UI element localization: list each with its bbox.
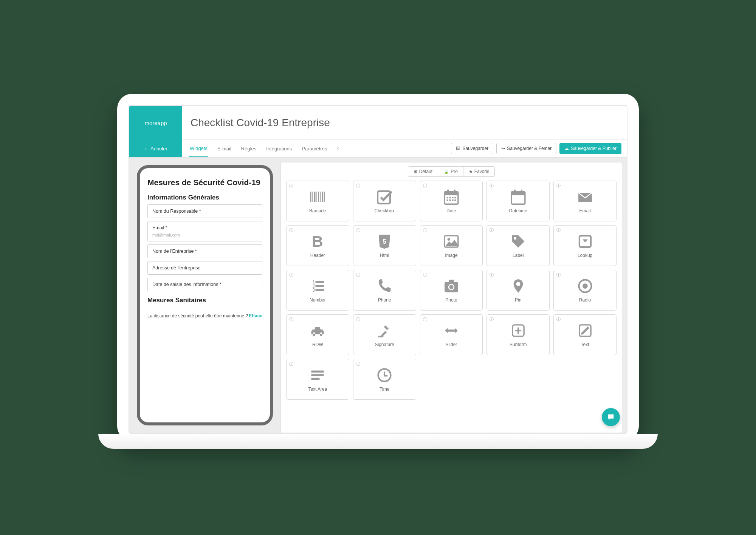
info-icon[interactable]: ⓘ [289,272,293,278]
widget-label: Lookup [578,253,592,258]
info-icon[interactable]: ⓘ [490,183,494,189]
tab-widgets[interactable]: Widgets [189,140,208,157]
nav-row: ← Annuler WidgetsE-mailRèglesIntégration… [129,140,627,158]
info-icon[interactable]: ⓘ [490,227,494,233]
lookup-icon [577,233,593,250]
save-close-label: Sauvegarder & Femer [507,146,552,151]
chevron-left-icon[interactable]: ‹ [335,140,341,157]
widget-label[interactable]: ⓘLabel [486,225,550,266]
widget-date[interactable]: ⓘDate [420,181,483,221]
widget-slider[interactable]: ⓘSlider [420,314,483,355]
filter-pro[interactable]: 🍃 Pro [438,167,463,176]
widget-phone[interactable]: ⓘPhone [353,270,416,311]
widget-label: Pin [515,297,521,303]
filter-défaut[interactable]: ⚙ Défaut [408,167,438,176]
widget-signature[interactable]: ⓘSignature [353,314,416,355]
widget-subform[interactable]: ⓘSubform [486,314,550,355]
info-icon[interactable]: ⓘ [423,272,427,278]
tab-e-mail[interactable]: E-mail [217,141,232,157]
widget-time[interactable]: ⓘTime [353,359,416,400]
form-field[interactable]: Nom du Responsable * [147,204,262,218]
widget-number[interactable]: ⓘNumber [286,270,349,311]
info-icon[interactable]: ⓘ [289,227,293,233]
widget-image[interactable]: ⓘImage [420,225,483,266]
cloud-icon: ☁ [564,146,569,151]
info-icon[interactable]: ⓘ [490,317,494,322]
info-icon[interactable]: ⓘ [289,317,293,322]
photo-icon [443,278,460,294]
widget-label: Photo [445,297,457,303]
chat-fab[interactable] [602,408,620,426]
tab-règles[interactable]: Règles [240,141,257,157]
field-placeholder: moi@mail.com [152,233,257,237]
form-field[interactable]: Nom de l'Entreprise * [147,244,262,258]
info-icon[interactable]: ⓘ [556,183,561,189]
info-icon[interactable]: ⓘ [356,272,360,278]
widget-label: RDW [312,342,323,347]
widget-radio[interactable]: ⓘRadio [553,270,617,311]
widget-photo[interactable]: ⓘPhoto [420,270,483,311]
save-icon: 🖫 [456,146,460,151]
widget-header[interactable]: ⓘHeader [286,225,349,266]
info-icon[interactable]: ⓘ [556,227,561,233]
widget-email[interactable]: ⓘEmail [553,181,617,221]
info-icon[interactable]: ⓘ [556,272,561,278]
info-icon[interactable]: ⓘ [423,227,427,233]
image-icon [443,233,460,250]
widget-label: Label [513,253,524,258]
widget-label: Subform [510,342,527,347]
form-field[interactable]: Adresse de l'entreprise [147,261,262,275]
email-icon [577,189,593,205]
logo-text: moreapp [144,120,167,126]
widget-label: Slider [446,342,457,347]
info-icon[interactable]: ⓘ [356,183,360,189]
widget-label: Email [579,208,591,213]
form-field[interactable]: Email *moi@mail.com [147,221,262,241]
info-icon[interactable]: ⓘ [289,361,293,367]
widget-label: Checkbox [375,208,395,213]
time-icon [376,367,393,383]
clear-link[interactable]: Efface [249,313,262,319]
info-icon[interactable]: ⓘ [356,361,360,367]
slider-icon [443,322,460,339]
field-label: Nom de l'Entreprise * [152,249,257,254]
widget-text[interactable]: ⓘText [553,314,617,355]
info-icon[interactable]: ⓘ [423,317,427,322]
topbar: moreapp Checklist Covid-19 Entreprise [129,106,627,140]
tab-intégrations[interactable]: Intégrations [265,141,293,157]
form-field[interactable]: Date de saisie des informations * [147,278,262,291]
widget-pin[interactable]: ⓘPin [486,270,550,311]
widget-html[interactable]: ⓘHtml [353,225,416,266]
save-button[interactable]: 🖫 Sauvegarder [451,143,493,154]
info-icon[interactable]: ⓘ [556,317,561,322]
widget-datetime[interactable]: ⓘDatetime [486,181,550,221]
info-icon[interactable]: ⓘ [356,227,360,233]
widget-rdw[interactable]: ⓘRDW [286,314,349,355]
info-icon[interactable]: ⓘ [423,183,427,189]
info-icon[interactable]: ⓘ [356,317,360,322]
tab-paramètres[interactable]: Paramètres [301,141,328,157]
rdw-icon [309,322,326,339]
widget-label: Time [380,387,389,392]
filter-favoris[interactable]: ★ Favoris [463,167,494,176]
question-row: La distance de sécurité peut-elle être m… [147,307,262,325]
widget-barcode[interactable]: ⓘBarcode [286,181,349,221]
actions: 🖫 Sauvegarder ↪ Sauvegarder & Femer ☁ Sa… [446,140,627,157]
date-icon [443,189,460,205]
info-icon[interactable]: ⓘ [490,272,494,278]
field-label: Adresse de l'entreprise [152,265,257,271]
widget-lookup[interactable]: ⓘLookup [553,225,617,266]
info-icon[interactable]: ⓘ [289,183,293,189]
save-close-button[interactable]: ↪ Sauvegarder & Femer [496,143,556,154]
widget-textarea[interactable]: ⓘText Area [286,359,349,400]
field-label: Nom du Responsable * [152,209,257,214]
subform-icon [510,322,527,339]
widget-label: Number [310,297,326,303]
field-label: Date de saisie des informations * [152,282,257,287]
widget-checkbox[interactable]: ⓘCheckbox [353,181,416,221]
back-button[interactable]: ← Annuler [129,140,182,157]
html-icon [376,233,393,250]
question-text: La distance de sécurité peut-elle être m… [147,313,248,319]
save-publish-button[interactable]: ☁ Sauvegarder & Publier [559,143,621,154]
logo: moreapp [129,106,182,140]
